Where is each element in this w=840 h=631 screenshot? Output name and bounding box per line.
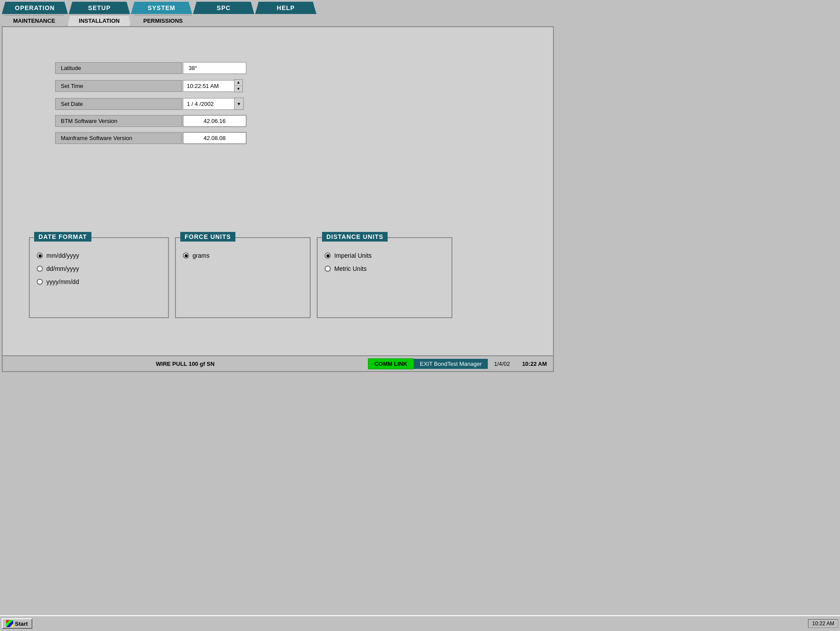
distance-units-label-1: Metric Units bbox=[334, 265, 367, 272]
set-time-spinner: ▲ ▼ bbox=[183, 79, 243, 92]
set-time-row: Set Time ▲ ▼ bbox=[55, 79, 246, 92]
set-time-input[interactable] bbox=[183, 80, 234, 92]
set-date-input[interactable] bbox=[183, 98, 234, 110]
distance-units-title: DISTANCE UNITS bbox=[322, 232, 388, 242]
exit-button[interactable]: EXIT BondTest Manager bbox=[414, 359, 488, 369]
form-section: Latitude Set Time ▲ ▼ Set Date ▼ BT bbox=[55, 62, 246, 149]
distance-units-option-0[interactable]: Imperial Units bbox=[325, 252, 444, 259]
tab-spc[interactable]: SPC bbox=[193, 2, 254, 14]
latitude-row: Latitude bbox=[55, 62, 246, 74]
date-format-title: DATE FORMAT bbox=[34, 232, 91, 242]
date-format-label-0: mm/dd/yyyy bbox=[46, 252, 79, 259]
radio-imperial[interactable] bbox=[325, 252, 331, 259]
radio-dd-mm-yyyy[interactable] bbox=[37, 266, 43, 272]
btm-version-label: BTM Software Version bbox=[55, 115, 182, 127]
radio-yyyy-mm-dd[interactable] bbox=[37, 279, 43, 285]
force-units-label-0: grams bbox=[192, 252, 210, 259]
status-wire-info: WIRE PULL 100 gf SN bbox=[3, 361, 368, 367]
date-format-option-2[interactable]: yyyy/mm/dd bbox=[37, 278, 161, 285]
tab-help[interactable]: HELP bbox=[255, 2, 316, 14]
set-date-wrapper: ▼ bbox=[183, 98, 244, 110]
mainframe-version-label: Mainframe Software Version bbox=[55, 132, 182, 144]
status-time: 10:22 AM bbox=[516, 359, 553, 369]
time-up-button[interactable]: ▲ bbox=[234, 80, 242, 86]
date-format-option-1[interactable]: dd/mm/yyyy bbox=[37, 265, 161, 272]
btm-version-value: 42.06.16 bbox=[183, 115, 246, 127]
subtab-installation[interactable]: INSTALLATION bbox=[67, 15, 131, 26]
status-bar: WIRE PULL 100 gf SN COMM LINK EXIT BondT… bbox=[3, 355, 553, 371]
distance-units-option-1[interactable]: Metric Units bbox=[325, 265, 444, 272]
latitude-label: Latitude bbox=[55, 62, 182, 74]
radio-metric[interactable] bbox=[325, 266, 331, 272]
set-time-label: Set Time bbox=[55, 80, 182, 92]
panels-row: DATE FORMAT mm/dd/yyyy dd/mm/yyyy yyyy/m… bbox=[29, 237, 452, 318]
tab-system[interactable]: SYSTEM bbox=[131, 2, 192, 14]
main-content: Latitude Set Time ▲ ▼ Set Date ▼ BT bbox=[2, 26, 554, 372]
date-format-options: mm/dd/yyyy dd/mm/yyyy yyyy/mm/dd bbox=[37, 252, 161, 285]
distance-units-label-0: Imperial Units bbox=[334, 252, 372, 259]
set-date-row: Set Date ▼ bbox=[55, 98, 246, 110]
force-units-options: grams bbox=[183, 252, 303, 259]
top-nav: OPERATION SETUP SYSTEM SPC HELP bbox=[0, 0, 556, 14]
date-format-label-1: dd/mm/yyyy bbox=[46, 265, 79, 272]
radio-grams[interactable] bbox=[183, 252, 189, 259]
date-format-option-0[interactable]: mm/dd/yyyy bbox=[37, 252, 161, 259]
force-units-panel: FORCE UNITS grams bbox=[175, 237, 311, 318]
mainframe-version-row: Mainframe Software Version 42.08.08 bbox=[55, 132, 246, 144]
time-down-button[interactable]: ▼ bbox=[234, 86, 242, 92]
force-units-option-0[interactable]: grams bbox=[183, 252, 303, 259]
date-dropdown-button[interactable]: ▼ bbox=[234, 98, 244, 110]
distance-units-panel: DISTANCE UNITS Imperial Units Metric Uni… bbox=[317, 237, 452, 318]
force-units-title: FORCE UNITS bbox=[180, 232, 235, 242]
time-spinner-buttons: ▲ ▼ bbox=[234, 79, 243, 92]
date-format-panel: DATE FORMAT mm/dd/yyyy dd/mm/yyyy yyyy/m… bbox=[29, 237, 169, 318]
tab-operation[interactable]: OPERATION bbox=[2, 2, 68, 14]
btm-version-row: BTM Software Version 42.06.16 bbox=[55, 115, 246, 127]
tab-setup[interactable]: SETUP bbox=[69, 2, 130, 14]
mainframe-version-value: 42.08.08 bbox=[183, 132, 246, 144]
status-date: 1/4/02 bbox=[488, 359, 516, 369]
status-comm-link: COMM LINK bbox=[368, 358, 414, 369]
subtab-permissions[interactable]: PERMISSIONS bbox=[132, 15, 194, 26]
distance-units-options: Imperial Units Metric Units bbox=[325, 252, 444, 272]
set-date-label: Set Date bbox=[55, 98, 182, 110]
sub-nav: MAINTENANCE INSTALLATION PERMISSIONS bbox=[0, 14, 556, 26]
date-format-label-2: yyyy/mm/dd bbox=[46, 278, 79, 285]
latitude-input[interactable] bbox=[183, 62, 246, 74]
radio-mm-dd-yyyy[interactable] bbox=[37, 252, 43, 259]
subtab-maintenance[interactable]: MAINTENANCE bbox=[2, 15, 66, 26]
